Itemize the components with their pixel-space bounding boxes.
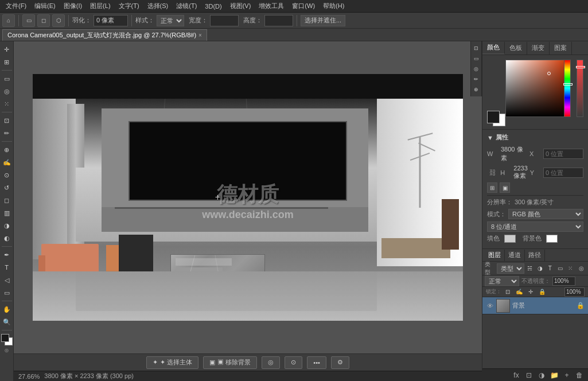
width-input[interactable] — [210, 15, 239, 26]
opacity-input[interactable] — [552, 277, 575, 286]
menu-file[interactable]: 文件(F) — [2, 1, 30, 11]
document-tab[interactable]: Corona Camera005_output_互动式灯光混合.jpg @ 27… — [2, 29, 207, 41]
blend-mode-select[interactable]: 正常 — [485, 276, 519, 286]
bottom-icon-3[interactable]: ◎ — [262, 356, 280, 369]
bottom-settings-button[interactable]: ⚙ — [331, 356, 349, 369]
alpha-slider[interactable] — [577, 60, 583, 117]
dodge-tool[interactable]: ◐ — [1, 232, 13, 244]
blur-tool[interactable]: ◑ — [1, 220, 13, 231]
panel-tab-pattern[interactable]: 图案 — [550, 42, 572, 55]
foreground-color-swatch[interactable] — [1, 334, 9, 342]
menu-3d[interactable]: 3D(D) — [201, 2, 225, 11]
move-tool[interactable]: ✛ — [1, 44, 13, 55]
rect-marquee-tool[interactable]: ▭ — [1, 73, 13, 84]
zoom-tool[interactable]: 🔍 — [1, 316, 13, 328]
crop-tool[interactable]: ⊡ — [1, 115, 13, 126]
pen-tool[interactable]: ✒ — [1, 249, 13, 261]
color-gradient-picker[interactable] — [505, 60, 568, 117]
lasso-button[interactable]: ◻ — [37, 14, 50, 27]
clone-tool[interactable]: ⊙ — [1, 169, 13, 181]
artboard-tool[interactable]: ⊞ — [1, 56, 13, 68]
layer-group-button[interactable]: 📁 — [549, 370, 559, 380]
panel-tab-color[interactable]: 颜色 — [482, 42, 505, 55]
resolution-row: 分辨率： 300 像素/英寸 — [487, 198, 583, 207]
tab-close-button[interactable]: × — [198, 32, 202, 38]
color-area — [482, 55, 588, 130]
filter-adj-btn[interactable]: ◑ — [536, 263, 544, 274]
bottom-icon-4[interactable]: ⊙ — [285, 356, 302, 369]
menu-image[interactable]: 图像(I) — [60, 1, 85, 11]
menu-layer[interactable]: 图层(L) — [87, 1, 114, 11]
layer-adjustment-button[interactable]: ◑ — [536, 370, 547, 380]
fill-canvas-button[interactable]: ▣ — [500, 182, 510, 193]
panel-tab-gradient[interactable]: 渐变 — [527, 42, 550, 55]
quick-select-tool[interactable]: ⁙ — [1, 98, 13, 110]
remove-bg-button[interactable]: ▣ ▣ 移除背景 — [203, 356, 257, 369]
foreground-color-box[interactable] — [487, 111, 500, 123]
bottom-more-button[interactable]: ••• — [307, 356, 326, 369]
link-icon[interactable]: ⛓ — [489, 169, 496, 177]
select-subject-button[interactable]: ✦ ✦ 选择主体 — [146, 356, 198, 369]
menu-plugins[interactable]: 增效工具 — [255, 1, 287, 11]
canvas-container[interactable]: 德材质 www.decaizhi.com — [14, 41, 482, 353]
layer-new-button[interactable]: + — [562, 370, 572, 380]
layer-mask-button[interactable]: ⊡ — [524, 370, 534, 380]
fill-input[interactable] — [564, 287, 585, 297]
eraser-tool[interactable]: ◻ — [1, 195, 13, 206]
hand-tool[interactable]: ✋ — [1, 304, 13, 315]
hue-slider[interactable] — [564, 60, 571, 117]
layer-delete-button[interactable]: 🗑 — [574, 370, 585, 380]
home-button[interactable]: ⌂ — [2, 14, 15, 27]
fill-color-swatch[interactable] — [504, 235, 516, 243]
bit-depth-select[interactable]: 8 位/通道 — [487, 221, 583, 232]
stroke-color-swatch[interactable] — [546, 235, 558, 243]
lock-icons-row: 锁定： ⊡ ✍ ✛ 🔒 — [482, 287, 588, 297]
panel-tab-swatches[interactable]: 色板 — [505, 42, 527, 55]
text-tool[interactable]: T — [1, 262, 13, 273]
layer-fx-button[interactable]: fx — [511, 370, 521, 380]
menu-help[interactable]: 帮助(H) — [320, 1, 348, 11]
magic-wand-button[interactable]: ⬡ — [52, 14, 65, 27]
filter-smart-btn[interactable]: ⁙ — [566, 263, 574, 274]
lock-all-btn[interactable]: 🔒 — [537, 287, 547, 297]
brush-tool[interactable]: ✍ — [1, 157, 13, 168]
select-mask-button[interactable]: 选择并遮住... — [301, 15, 345, 26]
feather-input[interactable] — [94, 15, 128, 26]
filter-toggle-btn[interactable]: ◎ — [577, 263, 586, 274]
menu-view[interactable]: 视图(V) — [227, 1, 255, 11]
tab-layers[interactable]: 图层 — [485, 250, 505, 261]
gradient-tool[interactable]: ▥ — [1, 207, 13, 219]
menu-text[interactable]: 文字(T) — [115, 1, 143, 11]
path-select-tool[interactable]: ◁ — [1, 274, 13, 286]
quick-mask-btn[interactable]: ◎ — [5, 348, 9, 353]
x-position-input[interactable] — [543, 149, 583, 159]
menu-select[interactable]: 选择(S) — [144, 1, 172, 11]
style-select[interactable]: 正常 — [157, 15, 184, 26]
layer-visibility-toggle[interactable]: 👁 — [486, 302, 494, 310]
spot-heal-tool[interactable]: ⊕ — [1, 144, 13, 155]
y-position-input[interactable] — [543, 168, 583, 178]
menu-filter[interactable]: 滤镜(T) — [173, 1, 200, 11]
rect-select-button[interactable]: ▭ — [22, 14, 35, 27]
menu-edit[interactable]: 编辑(E) — [31, 1, 59, 11]
lock-transparent-pixels-btn[interactable]: ⊡ — [503, 287, 513, 297]
left-toolbar-sep-5 — [2, 301, 12, 301]
lock-image-pixels-btn[interactable]: ✍ — [514, 287, 524, 297]
lasso-tool[interactable]: ◎ — [1, 85, 13, 97]
lock-position-btn[interactable]: ✛ — [525, 287, 536, 297]
tab-paths[interactable]: 路径 — [525, 250, 545, 261]
history-brush-tool[interactable]: ↺ — [1, 182, 13, 193]
eyedropper-tool[interactable]: ✏ — [1, 127, 13, 139]
dining-chair — [442, 199, 459, 250]
height-input[interactable] — [264, 15, 293, 26]
tab-channels[interactable]: 通道 — [505, 250, 525, 261]
color-mode-select[interactable]: RGB 颜色 — [508, 209, 583, 219]
filter-pixel-btn[interactable]: ☵ — [525, 263, 534, 274]
shape-tool[interactable]: ▭ — [1, 287, 13, 298]
fit-canvas-button[interactable]: ⊞ — [487, 182, 497, 193]
filter-shape-btn[interactable]: ▭ — [556, 263, 564, 274]
menu-window[interactable]: 窗口(W) — [289, 1, 318, 11]
filter-kind-select[interactable]: 类型 — [497, 263, 524, 274]
filter-text-btn[interactable]: T — [546, 263, 554, 274]
layer-item-background[interactable]: 👁 背景 🔒 — [482, 297, 588, 314]
